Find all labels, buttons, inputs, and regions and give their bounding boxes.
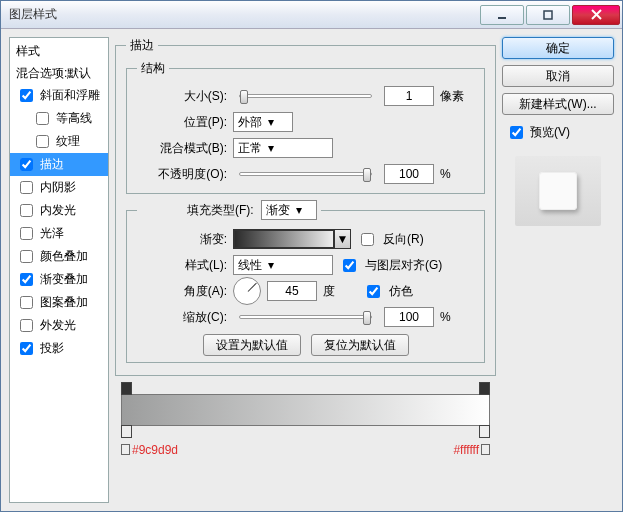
svg-rect-1 bbox=[544, 11, 552, 19]
stop-icon bbox=[121, 444, 130, 455]
sidebar-item-texture[interactable]: 纹理 bbox=[10, 130, 108, 153]
sidebar-header: 样式 bbox=[10, 40, 108, 63]
structure-legend: 结构 bbox=[137, 60, 169, 77]
outerglow-checkbox[interactable] bbox=[20, 319, 33, 332]
stroke-fieldset: 描边 结构 大小(S): 1 像素 位置(P): 外部▾ 混合模式(B): bbox=[115, 37, 496, 376]
sidebar-item-gradientoverlay[interactable]: 渐变叠加 bbox=[10, 268, 108, 291]
gradient-editor[interactable]: #9c9d9d #ffffff bbox=[115, 394, 496, 456]
set-default-button[interactable]: 设置为默认值 bbox=[203, 334, 301, 356]
reset-default-button[interactable]: 复位为默认值 bbox=[311, 334, 409, 356]
sidebar-item-stroke[interactable]: 描边 bbox=[10, 153, 108, 176]
preview-thumbnail bbox=[515, 156, 601, 226]
sidebar-item-contour[interactable]: 等高线 bbox=[10, 107, 108, 130]
new-style-button[interactable]: 新建样式(W)... bbox=[502, 93, 614, 115]
sidebar-item-coloroverlay[interactable]: 颜色叠加 bbox=[10, 245, 108, 268]
bevel-checkbox[interactable] bbox=[20, 89, 33, 102]
color-stop-right[interactable] bbox=[479, 425, 490, 438]
sidebar-item-outerglow[interactable]: 外发光 bbox=[10, 314, 108, 337]
angle-unit: 度 bbox=[323, 283, 357, 300]
reverse-label: 反向(R) bbox=[383, 231, 424, 248]
dither-checkbox[interactable] bbox=[367, 285, 380, 298]
sidebar-item-innershadow[interactable]: 内阴影 bbox=[10, 176, 108, 199]
window-title: 图层样式 bbox=[1, 6, 479, 23]
sidebar-item-dropshadow[interactable]: 投影 bbox=[10, 337, 108, 360]
action-column: 确定 取消 新建样式(W)... 预览(V) bbox=[502, 37, 614, 503]
contour-checkbox[interactable] bbox=[36, 112, 49, 125]
blendmode-select[interactable]: 正常▾ bbox=[233, 138, 333, 158]
main-panel: 描边 结构 大小(S): 1 像素 位置(P): 外部▾ 混合模式(B): bbox=[115, 37, 496, 503]
opacity-stop-left[interactable] bbox=[121, 382, 132, 395]
texture-checkbox[interactable] bbox=[36, 135, 49, 148]
stroke-checkbox[interactable] bbox=[20, 158, 33, 171]
position-select[interactable]: 外部▾ bbox=[233, 112, 293, 132]
coloroverlay-checkbox[interactable] bbox=[20, 250, 33, 263]
scale-input[interactable]: 100 bbox=[384, 307, 434, 327]
minimize-button[interactable] bbox=[480, 5, 524, 25]
satin-checkbox[interactable] bbox=[20, 227, 33, 240]
sidebar-item-bevel[interactable]: 斜面和浮雕 bbox=[10, 84, 108, 107]
styles-sidebar: 样式 混合选项:默认 斜面和浮雕 等高线 纹理 描边 内阴影 内发光 光泽 颜色… bbox=[9, 37, 109, 503]
align-checkbox[interactable] bbox=[343, 259, 356, 272]
scale-slider[interactable] bbox=[239, 315, 372, 319]
opacity-label: 不透明度(O): bbox=[137, 166, 227, 183]
innershadow-checkbox[interactable] bbox=[20, 181, 33, 194]
patternoverlay-checkbox[interactable] bbox=[20, 296, 33, 309]
angle-dial[interactable] bbox=[233, 277, 261, 305]
ok-button[interactable]: 确定 bbox=[502, 37, 614, 59]
preview-checkbox[interactable] bbox=[510, 126, 523, 139]
stop-icon bbox=[481, 444, 490, 455]
size-slider[interactable] bbox=[239, 94, 372, 98]
dither-label: 仿色 bbox=[389, 283, 413, 300]
close-button[interactable] bbox=[572, 5, 620, 25]
sidebar-item-satin[interactable]: 光泽 bbox=[10, 222, 108, 245]
gradient-label: 渐变: bbox=[137, 231, 227, 248]
gradstyle-select[interactable]: 线性▾ bbox=[233, 255, 333, 275]
position-label: 位置(P): bbox=[137, 114, 227, 131]
titlebar: 图层样式 bbox=[1, 1, 622, 29]
dropshadow-checkbox[interactable] bbox=[20, 342, 33, 355]
structure-group: 结构 大小(S): 1 像素 位置(P): 外部▾ 混合模式(B): 正常▾ bbox=[126, 60, 485, 194]
sidebar-item-innerglow[interactable]: 内发光 bbox=[10, 199, 108, 222]
gradient-preview bbox=[234, 230, 334, 248]
panel-title: 描边 bbox=[126, 37, 158, 54]
sidebar-item-blendopts[interactable]: 混合选项:默认 bbox=[10, 63, 108, 84]
preview-cube-icon bbox=[539, 172, 577, 210]
align-label: 与图层对齐(G) bbox=[365, 257, 442, 274]
layer-style-dialog: 图层样式 样式 混合选项:默认 斜面和浮雕 等高线 纹理 描边 内阴影 内发光 … bbox=[0, 0, 623, 512]
chevron-down-icon: ▾ bbox=[296, 203, 302, 217]
gradient-picker[interactable]: ▼ bbox=[233, 229, 351, 249]
opacity-stop-right[interactable] bbox=[479, 382, 490, 395]
filltype-label: 填充类型(F): bbox=[187, 203, 254, 217]
chevron-down-icon: ▾ bbox=[268, 115, 274, 129]
chevron-down-icon: ▾ bbox=[268, 258, 274, 272]
reverse-checkbox[interactable] bbox=[361, 233, 374, 246]
opacity-input[interactable]: 100 bbox=[384, 164, 434, 184]
left-color-annotation: #9c9d9d bbox=[119, 439, 178, 458]
gradientoverlay-checkbox[interactable] bbox=[20, 273, 33, 286]
scale-unit: % bbox=[440, 310, 474, 324]
scale-label: 缩放(C): bbox=[137, 309, 227, 326]
opacity-unit: % bbox=[440, 167, 474, 181]
filltype-select[interactable]: 渐变▾ bbox=[261, 200, 317, 220]
gradient-dropdown-button[interactable]: ▼ bbox=[334, 230, 350, 248]
innerglow-checkbox[interactable] bbox=[20, 204, 33, 217]
size-unit: 像素 bbox=[440, 88, 474, 105]
maximize-button[interactable] bbox=[526, 5, 570, 25]
angle-label: 角度(A): bbox=[137, 283, 227, 300]
gradient-bar[interactable] bbox=[121, 394, 490, 426]
opacity-slider[interactable] bbox=[239, 172, 372, 176]
cancel-button[interactable]: 取消 bbox=[502, 65, 614, 87]
color-stop-left[interactable] bbox=[121, 425, 132, 438]
preview-label: 预览(V) bbox=[530, 124, 570, 141]
style-label: 样式(L): bbox=[137, 257, 227, 274]
fill-group: 填充类型(F): 渐变▾ 渐变: ▼ 反向(R) 样式(L): bbox=[126, 200, 485, 363]
size-label: 大小(S): bbox=[137, 88, 227, 105]
angle-input[interactable]: 45 bbox=[267, 281, 317, 301]
blend-label: 混合模式(B): bbox=[137, 140, 227, 157]
chevron-down-icon: ▾ bbox=[268, 141, 274, 155]
size-input[interactable]: 1 bbox=[384, 86, 434, 106]
sidebar-item-patternoverlay[interactable]: 图案叠加 bbox=[10, 291, 108, 314]
right-color-annotation: #ffffff bbox=[453, 439, 492, 458]
